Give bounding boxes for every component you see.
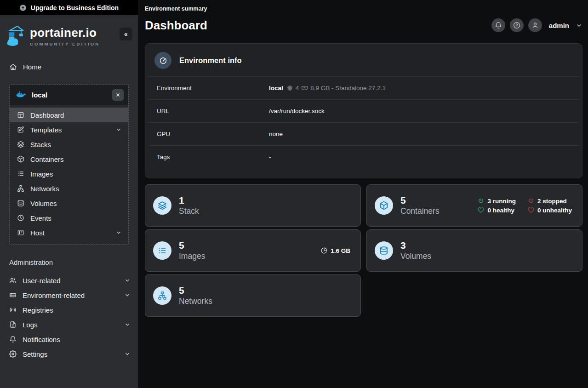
sidebar-item-registries[interactable]: Registries bbox=[0, 302, 138, 317]
stopped-stat-label: 2 stopped bbox=[537, 198, 567, 205]
power-icon bbox=[528, 198, 534, 204]
running-stat-label: 3 running bbox=[487, 198, 516, 205]
memory-and-version: 8.9 GB - Standalone 27.2.1 bbox=[310, 85, 386, 91]
info-row-tags: Tags - bbox=[148, 145, 579, 168]
containers-card[interactable]: 5 Containers 3 running 0 healthy bbox=[366, 184, 582, 227]
sidebar-item-logs[interactable]: Logs bbox=[0, 317, 138, 332]
sidebar-item-events[interactable]: Events bbox=[10, 211, 128, 225]
file-text-icon bbox=[9, 321, 17, 328]
sidebar-item-environment-related[interactable]: Environment-related bbox=[0, 288, 138, 302]
upgrade-banner[interactable]: Upgrade to Business Edition bbox=[0, 0, 138, 15]
info-label: Environment bbox=[157, 85, 269, 91]
administration-heading: Administration bbox=[9, 258, 138, 266]
layers-icon bbox=[153, 196, 171, 215]
network-icon bbox=[17, 185, 24, 192]
sidebar-item-containers[interactable]: Containers bbox=[10, 152, 128, 166]
sidebar-item-label: Volumes bbox=[30, 200, 57, 207]
dashboard-cards: 1 Stack 5 Containers 3 running 0 healt bbox=[145, 184, 582, 317]
containers-label: Containers bbox=[400, 206, 440, 217]
sidebar-item-label: Host bbox=[30, 229, 45, 237]
chevron-down-icon bbox=[124, 277, 131, 284]
gear-icon bbox=[9, 350, 17, 358]
help-icon bbox=[513, 22, 520, 29]
networks-card[interactable]: 5 Networks bbox=[145, 274, 361, 317]
running-stat: 3 running bbox=[478, 198, 516, 205]
sidebar-item-label: Containers bbox=[30, 155, 64, 163]
database-icon bbox=[17, 200, 24, 207]
pie-chart-icon bbox=[321, 247, 327, 254]
sidebar-item-label: Logs bbox=[23, 321, 38, 329]
environment-info-title: Environment info bbox=[179, 56, 242, 65]
sidebar-item-label: Networks bbox=[30, 185, 59, 193]
images-label: Images bbox=[179, 251, 205, 262]
environment-close-button[interactable] bbox=[112, 89, 124, 101]
environment-specs: 4 8.9 GB - Standalone 27.2.1 bbox=[286, 85, 386, 91]
volumes-card[interactable]: 3 Volumes bbox=[366, 229, 582, 272]
database-icon bbox=[375, 241, 393, 260]
sidebar-item-label: Templates bbox=[30, 126, 62, 134]
list-icon bbox=[153, 241, 171, 260]
info-value: - bbox=[269, 154, 271, 160]
sidebar-item-networks[interactable]: Networks bbox=[10, 181, 128, 196]
username[interactable]: admin bbox=[549, 22, 569, 29]
sidebar-item-label: Images bbox=[30, 170, 53, 178]
help-button[interactable] bbox=[510, 18, 524, 32]
sidebar-item-user-related[interactable]: User-related bbox=[0, 273, 138, 288]
docker-whale-icon bbox=[16, 90, 26, 100]
bell-icon bbox=[9, 336, 17, 343]
cpu-count: 4 bbox=[296, 85, 299, 91]
cube-icon bbox=[375, 196, 393, 215]
sidebar-item-label: Notifications bbox=[23, 336, 60, 343]
containers-count: 5 bbox=[400, 194, 440, 206]
host-icon bbox=[17, 229, 24, 236]
environment-info-panel: Environment info Environment local 4 8.9… bbox=[145, 43, 582, 178]
sidebar-item-images[interactable]: Images bbox=[10, 166, 128, 181]
portainer-crane-icon bbox=[6, 25, 26, 46]
sidebar-item-settings[interactable]: Settings bbox=[0, 347, 138, 361]
images-total-size: 1.6 GB bbox=[321, 247, 350, 254]
info-label: GPU bbox=[157, 131, 269, 137]
sidebar-item-host[interactable]: Host bbox=[10, 225, 128, 240]
chevron-down-icon bbox=[124, 321, 131, 328]
sidebar-item-templates[interactable]: Templates bbox=[10, 122, 128, 137]
images-total-size-label: 1.6 GB bbox=[331, 247, 350, 254]
user-icon bbox=[531, 22, 539, 29]
notifications-button[interactable] bbox=[491, 18, 505, 32]
chevron-down-icon bbox=[115, 126, 122, 133]
info-value: local 4 8.9 GB - Standalone 27.2.1 bbox=[269, 85, 386, 91]
radio-icon bbox=[9, 306, 17, 314]
sidebar-item-volumes[interactable]: Volumes bbox=[10, 196, 128, 211]
sidebar-item-home[interactable]: Home bbox=[0, 59, 138, 74]
stacks-count: 1 bbox=[179, 194, 199, 206]
sidebar-item-notifications[interactable]: Notifications bbox=[0, 332, 138, 347]
stacks-card[interactable]: 1 Stack bbox=[145, 184, 361, 227]
images-count: 5 bbox=[179, 240, 205, 251]
administration-nav: User-related Environment-related Registr… bbox=[0, 273, 138, 361]
bell-icon bbox=[495, 22, 502, 29]
images-card[interactable]: 5 Images 1.6 GB bbox=[145, 229, 361, 272]
info-row-url: URL /var/run/docker.sock bbox=[148, 99, 579, 122]
page-title: Dashboard bbox=[145, 18, 207, 33]
networks-label: Networks bbox=[179, 297, 212, 307]
environment-name: local bbox=[32, 91, 47, 99]
environment-nav: Dashboard Templates Stacks Containers Im… bbox=[10, 105, 128, 244]
user-avatar-button[interactable] bbox=[528, 18, 542, 32]
cpu-icon bbox=[286, 85, 293, 91]
stopped-stat: 2 stopped bbox=[528, 198, 572, 205]
chevron-down-icon[interactable] bbox=[576, 22, 582, 29]
network-icon bbox=[153, 286, 171, 305]
info-row-gpu: GPU none bbox=[148, 122, 579, 145]
info-label: Tags bbox=[157, 154, 269, 160]
stacks-label: Stack bbox=[179, 206, 199, 217]
logo-title: portainer.io bbox=[30, 27, 100, 39]
sidebar-item-dashboard[interactable]: Dashboard bbox=[10, 108, 128, 122]
sidebar-item-label: Stacks bbox=[30, 141, 51, 148]
sidebar-item-stacks[interactable]: Stacks bbox=[10, 137, 128, 152]
chevron-down-icon bbox=[124, 351, 131, 357]
environment-info-header: Environment info bbox=[145, 44, 582, 76]
sidebar-collapse-button[interactable]: « bbox=[120, 28, 132, 40]
sidebar: Upgrade to Business Edition portainer.io… bbox=[0, 0, 138, 388]
environment-section: local Dashboard Templates Stacks Contain… bbox=[9, 84, 129, 245]
arrow-up-circle-icon bbox=[19, 4, 27, 11]
list-icon bbox=[17, 170, 24, 177]
